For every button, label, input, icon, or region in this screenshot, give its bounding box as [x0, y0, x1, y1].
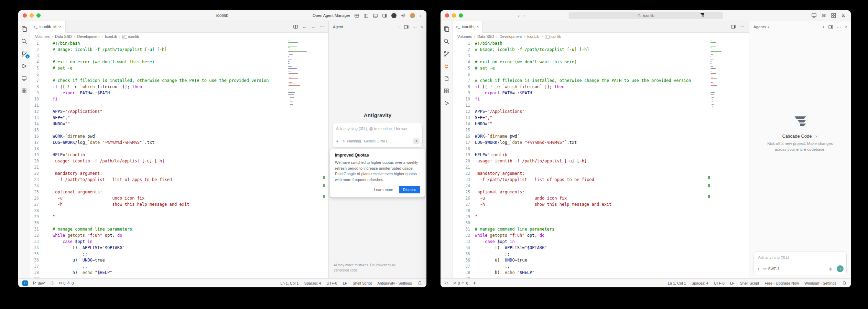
settings-status[interactable]: Windsurf - Settings — [804, 281, 836, 285]
close-window-button[interactable] — [445, 13, 449, 18]
git-icon[interactable]: 1 — [20, 50, 28, 57]
attach-icon[interactable]: + — [757, 267, 760, 271]
bell-icon[interactable] — [417, 281, 422, 286]
model-selector[interactable]: Gemini 3 Pro (… — [364, 139, 391, 143]
agent-input-box[interactable]: Ask anything (⌘L), @ to mention, / for w… — [332, 123, 423, 148]
docs-icon[interactable] — [443, 75, 450, 82]
extensions-icon[interactable] — [20, 87, 28, 95]
history-back-icon[interactable]: ‹ — [518, 13, 520, 18]
git-icon[interactable] — [443, 50, 450, 57]
debug-icon[interactable] — [20, 62, 28, 70]
cascade-icon[interactable] — [443, 62, 450, 70]
bell-icon[interactable] — [842, 281, 847, 286]
zoom-window-button[interactable] — [459, 13, 463, 18]
indentation[interactable]: Spaces: 4 — [304, 281, 321, 285]
layers-icon[interactable] — [821, 13, 826, 18]
encoding[interactable]: UTF-8 — [326, 281, 337, 285]
account-icon[interactable] — [841, 13, 846, 18]
titlebar[interactable]: iconlib Open Agent Manager ∨ — [18, 10, 426, 21]
problems-status[interactable]: ⊘ 0 ⚠ 0 — [59, 281, 74, 285]
breadcrumb-item[interactable]: >_ iconlib — [545, 34, 561, 39]
monitor-icon[interactable] — [20, 75, 28, 82]
navigate-back-icon[interactable]: ← — [302, 24, 307, 29]
eol[interactable]: LF — [730, 281, 735, 285]
cascade-input-box[interactable]: Ask anything (⌘L) + <> SWE-1 ↑ — [753, 252, 847, 275]
status-circle-icon[interactable] — [391, 13, 397, 18]
breadcrumb-item[interactable]: Volumes — [35, 34, 50, 39]
search-icon[interactable] — [443, 38, 450, 45]
breadcrumb[interactable]: Volumes›Data SSD›Development›IconLib›>_ … — [30, 33, 328, 40]
more-actions-icon[interactable]: ⋯ — [412, 24, 417, 30]
problems-status[interactable]: ⊘ 0 ⚠ 0 — [453, 281, 468, 285]
minimize-window-button[interactable] — [452, 13, 456, 18]
minimap[interactable] — [288, 41, 308, 108]
gear-icon[interactable] — [401, 13, 406, 18]
cursor-position[interactable]: Ln 1, Col 1 — [280, 281, 299, 285]
bolt-icon[interactable] — [473, 281, 477, 285]
panel-bottom-icon[interactable] — [373, 13, 378, 18]
encoding[interactable]: UTF-8 — [714, 281, 725, 285]
remote-icon[interactable] — [445, 281, 449, 285]
breadcrumb-item[interactable]: >_ iconlib — [122, 34, 139, 39]
search-icon[interactable] — [20, 38, 28, 45]
indentation[interactable]: Spaces: 4 — [692, 281, 708, 285]
code-editor[interactable]: 1#!/bin/bash2# Usage: iconlib -f /path/t… — [30, 40, 328, 278]
panel-right-icon[interactable] — [382, 13, 387, 18]
tab-iconlib[interactable]: >_ iconlib M × — [30, 21, 66, 33]
editor-layout-icon[interactable] — [354, 13, 359, 18]
close-window-button[interactable] — [23, 13, 27, 18]
remote-indicator[interactable] — [22, 280, 28, 286]
dismiss-button[interactable]: Dismiss — [399, 186, 421, 193]
language-mode[interactable]: Shell Script — [352, 281, 372, 285]
breadcrumb-item[interactable]: Data SSD — [55, 34, 72, 39]
new-chat-icon[interactable]: + — [822, 25, 825, 29]
files-icon[interactable] — [20, 25, 28, 33]
breadcrumb[interactable]: Volumes›Data SSD›Development›IconLib›>_ … — [453, 33, 749, 40]
planning-toggle[interactable]: Planning — [342, 139, 361, 143]
close-tab-icon[interactable]: × — [59, 24, 62, 29]
chevron-down-icon[interactable]: ∨ — [419, 14, 422, 17]
more-actions-icon[interactable]: ⋯ — [837, 24, 842, 30]
upgrade-plan[interactable]: Free - Upgrade Now — [764, 281, 799, 285]
debug-icon[interactable] — [443, 99, 450, 107]
learn-more-link[interactable]: Learn more — [374, 188, 393, 192]
breadcrumb-item[interactable]: Data SSD — [477, 34, 494, 39]
eol[interactable]: LF — [343, 281, 347, 285]
breadcrumb-item[interactable]: Development — [77, 34, 99, 39]
panel-layout-icon[interactable] — [731, 24, 736, 29]
send-button[interactable]: ↑ — [837, 265, 844, 272]
extensions-icon[interactable] — [443, 87, 450, 95]
titlebar[interactable]: ‹ › iconlib — [441, 10, 851, 21]
split-editor-icon[interactable] — [293, 24, 298, 29]
microphone-icon[interactable] — [828, 266, 833, 271]
avatar[interactable] — [410, 13, 415, 18]
panel-left-icon[interactable] — [364, 13, 369, 18]
zoom-window-button[interactable] — [36, 13, 41, 18]
breadcrumb-item[interactable]: Development — [499, 34, 522, 39]
code-editor[interactable]: 1#!/bin/bash2# Usage: iconlib -f /path/t… — [453, 40, 749, 278]
open-agent-manager-button[interactable]: Open Agent Manager — [313, 13, 350, 18]
more-actions-icon[interactable]: ⋯ — [740, 24, 745, 29]
cursor-position[interactable]: Ln 1, Col 1 — [668, 281, 686, 285]
git-branch-status[interactable]: dev* — [32, 281, 45, 285]
breadcrumb-item[interactable]: Volumes — [457, 34, 472, 39]
settings-status[interactable]: Antigravity - Settings — [377, 281, 412, 285]
minimap[interactable] — [710, 41, 722, 108]
tab-iconlib[interactable]: >_ iconlib × — [453, 21, 482, 33]
new-chat-icon[interactable]: + — [398, 25, 400, 29]
attach-icon[interactable]: + — [336, 139, 339, 143]
model-selector[interactable]: <> SWE-1 — [763, 267, 780, 271]
display-icon[interactable] — [811, 12, 817, 19]
language-mode[interactable]: Shell Script — [740, 281, 759, 285]
panel-layout-icon[interactable] — [404, 24, 409, 30]
close-tab-icon[interactable]: × — [476, 24, 479, 29]
more-actions-icon[interactable]: ⋯ — [319, 24, 324, 29]
breadcrumb-item[interactable]: IconLib — [527, 34, 539, 39]
grid-icon[interactable] — [831, 12, 837, 19]
panel-layout-icon[interactable] — [828, 24, 833, 30]
files-icon[interactable] — [443, 25, 450, 33]
send-button[interactable] — [413, 138, 420, 145]
close-panel-icon[interactable]: × — [845, 25, 847, 29]
breadcrumb-item[interactable]: IconLib — [105, 34, 117, 39]
history-forward-icon[interactable]: › — [524, 13, 525, 18]
